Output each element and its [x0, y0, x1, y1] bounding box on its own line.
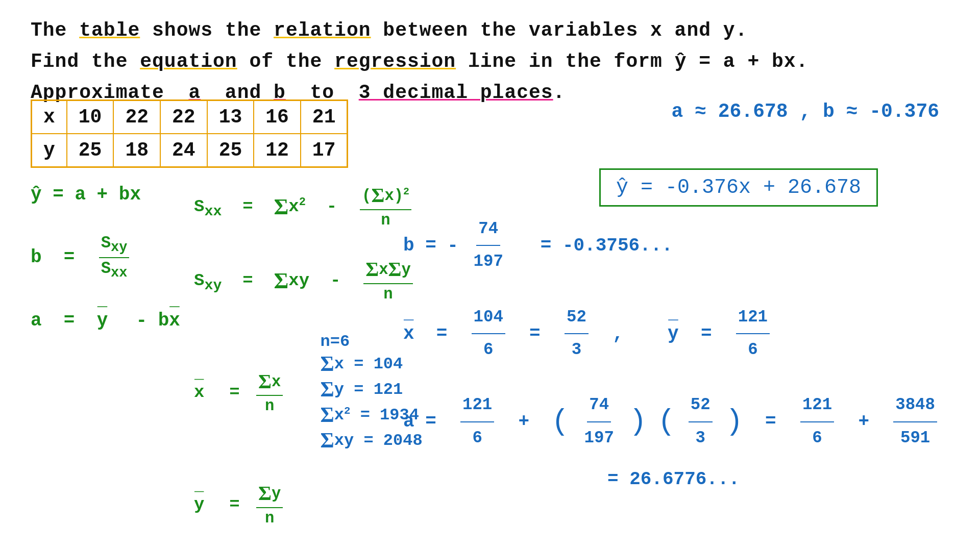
- xbar-fraction: Σx n: [256, 370, 283, 416]
- b-den: 197: [472, 246, 505, 277]
- table-cell: x: [32, 101, 67, 134]
- problem-line1: The table shows the relation between the…: [31, 15, 949, 46]
- answer-box-container: ŷ = -0.376x + 26.678: [599, 158, 878, 217]
- table-cell: 25: [67, 134, 114, 167]
- sxy-den: n: [381, 284, 395, 304]
- table-cell: 16: [254, 101, 301, 134]
- xbar-simp-num: 52: [565, 303, 589, 334]
- ybar-num: Σy: [256, 482, 283, 508]
- main-page: The table shows the relation between the…: [0, 0, 980, 551]
- a-f2-den: 197: [582, 422, 616, 453]
- xbar-val-num: 104: [472, 303, 505, 334]
- table-cell: 21: [301, 101, 348, 134]
- table-cell: 22: [160, 101, 207, 134]
- table-cell: 10: [67, 101, 114, 134]
- sxy-formula: Sxy = Σxy - ΣxΣy n: [194, 258, 423, 304]
- right-calculations: b = - 74 197 = -0.3756... x = 104 6 = 52…: [403, 214, 939, 496]
- word-relation: relation: [274, 19, 371, 41]
- b-calculation: b = - 74 197 = -0.3756...: [403, 214, 939, 277]
- ybar-val-fraction: 121 6: [736, 303, 770, 365]
- a-f4-num: 121: [800, 390, 834, 422]
- table-cell: 24: [160, 134, 207, 167]
- ybar-den: n: [263, 508, 276, 528]
- ybar-val-num: 121: [736, 303, 770, 334]
- mid-formulas: Sxx = Σx2 - (Σx)2 n Sxy = Σxy - ΣxΣy n x…: [194, 184, 423, 528]
- word-regression: regression: [334, 51, 456, 72]
- a-f1-num: 121: [460, 390, 494, 422]
- sxx-num: (Σx)2: [360, 184, 411, 210]
- xbar-simp-den: 3: [570, 334, 583, 365]
- a-calculation: a = 121 6 + ( 74 197 ) ( 52 3 ) = 121 6: [403, 390, 939, 453]
- left-formulas: ŷ = a + bx b = Sxy Sxx a = y - bx: [31, 184, 180, 360]
- a-frac1: 121 6: [460, 390, 494, 453]
- data-table-container: x 10 22 22 13 16 21 y 25 18 24 25 12 17: [31, 99, 348, 183]
- a-frac5: 3848 591: [893, 390, 937, 453]
- b-formula: b = Sxy Sxx: [31, 234, 180, 282]
- ab-approximation: a ≈ 26.678 , b ≈ -0.376: [672, 97, 940, 126]
- table-row-x: x 10 22 22 13 16 21: [32, 101, 348, 134]
- answer-approx: a ≈ 26.678 , b ≈ -0.376: [672, 97, 940, 126]
- problem-statement: The table shows the relation between the…: [31, 15, 949, 108]
- ybar-val-den: 6: [746, 334, 760, 365]
- b-calc-fraction: 74 197: [472, 214, 505, 277]
- sxx-formula: Sxx = Σx2 - (Σx)2 n: [194, 184, 423, 230]
- yhat-formula: ŷ = a + bx: [31, 184, 180, 206]
- table-cell: 13: [207, 101, 254, 134]
- b-fraction: Sxy Sxx: [99, 234, 130, 282]
- xbar-den: n: [263, 396, 276, 416]
- table-cell: 18: [113, 134, 160, 167]
- regression-equation-box: ŷ = -0.376x + 26.678: [599, 168, 878, 207]
- table-cell: y: [32, 134, 67, 167]
- word-3decimal: 3 decimal places: [359, 82, 553, 104]
- a-f4-den: 6: [810, 422, 824, 453]
- xbar-formula-line: x = Σx n n=6 Σx = 104 Σy = 121 Σx2 = 193…: [194, 332, 423, 454]
- a-f3-den: 3: [694, 422, 707, 453]
- b-frac-den: Sxx: [99, 258, 130, 282]
- xbar-ybar-values: x = 104 6 = 52 3 , y = 121 6: [403, 303, 939, 365]
- ybar-formula-line: y = Σy n: [194, 482, 423, 528]
- xbar-simplified-fraction: 52 3: [565, 303, 589, 365]
- a-f2-num: 74: [587, 390, 611, 422]
- table-cell: 25: [207, 134, 254, 167]
- table-cell: 17: [301, 134, 348, 167]
- ybar-fraction: Σy n: [256, 482, 283, 528]
- word-table: table: [79, 19, 140, 41]
- a-frac3: 52 3: [689, 390, 713, 453]
- a-frac2: 74 197: [582, 390, 616, 453]
- xbar-val-fraction: 104 6: [472, 303, 505, 365]
- data-table: x 10 22 22 13 16 21 y 25 18 24 25 12 17: [31, 99, 348, 168]
- sxx-den: n: [379, 210, 392, 230]
- xbar-num: Σx: [256, 370, 283, 396]
- table-cell: 22: [113, 101, 160, 134]
- xbar-symbol: x: [194, 382, 204, 403]
- a-f1-den: 6: [470, 422, 484, 453]
- problem-line2: Find the equation of the regression line…: [31, 46, 949, 78]
- a-f5-num: 3848: [893, 390, 937, 422]
- table-cell: 12: [254, 134, 301, 167]
- a-frac4: 121 6: [800, 390, 834, 453]
- a-formula: a = y - bx: [31, 310, 180, 332]
- a-f5-den: 591: [898, 422, 932, 453]
- a-f3-num: 52: [689, 390, 713, 422]
- b-frac-num: Sxy: [99, 234, 130, 258]
- xbar-val-den: 6: [481, 334, 495, 365]
- a-final-result: = 26.6776...: [607, 463, 939, 496]
- table-row-y: y 25 18 24 25 12 17: [32, 134, 348, 167]
- b-num: 74: [476, 214, 500, 246]
- ybar-symbol: y: [194, 494, 204, 515]
- word-equation: equation: [140, 51, 237, 72]
